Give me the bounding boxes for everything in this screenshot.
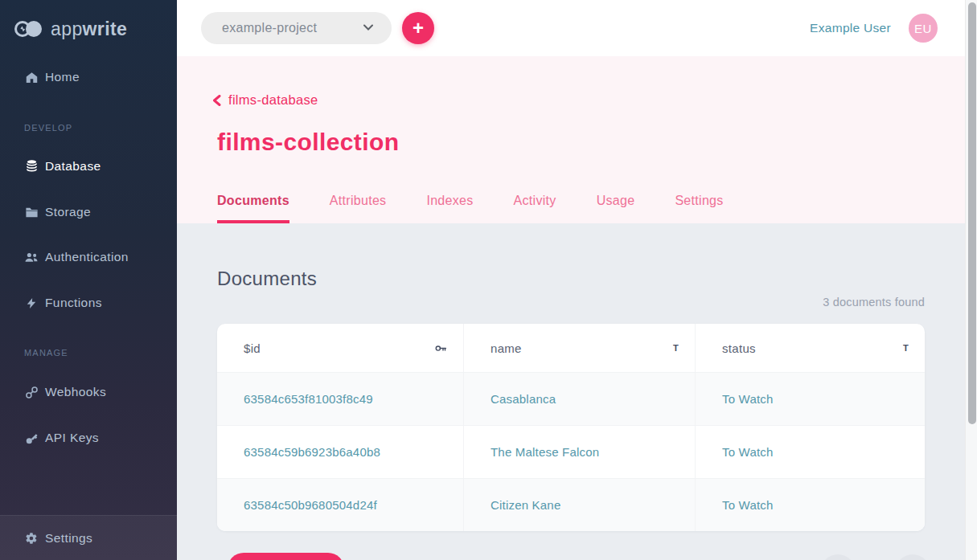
table-header-row: $id name T status T [217, 324, 925, 372]
pagination-prev-button[interactable] [820, 554, 856, 560]
sidebar-section-manage: MANAGE [24, 348, 68, 358]
create-document-button[interactable] [228, 553, 344, 560]
chevron-down-icon [363, 23, 374, 31]
tab-bar: Documents Attributes Indexes Activity Us… [217, 194, 764, 223]
lightning-icon [24, 296, 39, 310]
breadcrumb-label: films-database [228, 92, 318, 108]
sidebar-item-webhooks[interactable]: Webhooks [0, 376, 177, 408]
page-title: films-collection [217, 129, 399, 156]
table-row[interactable]: 63584c50b9680504d24f Citizen Kane To Wat… [217, 478, 925, 531]
sidebar-item-label: Authentication [45, 250, 129, 264]
users-icon [24, 250, 39, 264]
user-name[interactable]: Example User [810, 21, 891, 35]
avatar[interactable]: EU [909, 14, 938, 43]
cell-name[interactable]: Casablanca [463, 373, 695, 425]
pagination-next-button[interactable] [895, 554, 930, 560]
topbar: example-project + Example User EU [177, 0, 965, 56]
chevron-left-icon [212, 95, 221, 106]
cell-status[interactable]: To Watch [695, 373, 925, 425]
folder-icon [24, 205, 39, 219]
key-icon [24, 431, 39, 445]
appwrite-logo[interactable]: appwrite [13, 14, 127, 43]
table-row[interactable]: 63584c653f81003f8c49 Casablanca To Watch [217, 372, 925, 425]
appwrite-logo-text: appwrite [51, 18, 127, 40]
project-selector-label: example-project [222, 21, 317, 35]
user-area: Example User EU [810, 0, 938, 56]
section-heading: Documents [217, 268, 317, 290]
column-header-id[interactable]: $id [217, 324, 463, 372]
cell-name[interactable]: Citizen Kane [463, 479, 695, 531]
tab-settings[interactable]: Settings [675, 194, 723, 223]
sidebar-item-label: Functions [45, 296, 102, 310]
sidebar-item-api-keys[interactable]: API Keys [0, 422, 177, 454]
sidebar-item-settings[interactable]: Settings [0, 522, 177, 554]
sidebar-item-label: Home [45, 70, 80, 84]
avatar-initials: EU [914, 22, 932, 35]
cell-status[interactable]: To Watch [695, 479, 925, 531]
main-content: Documents 3 documents found $id name T [177, 223, 965, 560]
documents-table: $id name T status T [217, 324, 925, 531]
chain-link-icon [24, 385, 39, 399]
sidebar-item-label: API Keys [45, 431, 99, 445]
gear-icon [24, 531, 39, 546]
tab-indexes[interactable]: Indexes [426, 194, 473, 223]
sidebar-item-label: Settings [45, 531, 92, 546]
sidebar: appwrite Home DEVELOP Database [0, 0, 177, 560]
sidebar-footer: Settings [0, 515, 177, 560]
cell-document-id[interactable]: 63584c50b9680504d24f [217, 479, 463, 531]
home-icon [24, 70, 39, 84]
sidebar-section-develop: DEVELOP [24, 123, 72, 133]
plus-icon: + [413, 17, 424, 39]
scrollbar-thumb[interactable] [968, 2, 976, 424]
column-header-status[interactable]: status T [695, 324, 925, 372]
table-row[interactable]: 63584c59b6923b6a40b8 The Maltese Falcon … [217, 425, 925, 478]
breadcrumb[interactable]: films-database [212, 92, 318, 108]
sidebar-item-label: Webhooks [45, 385, 106, 399]
database-icon [24, 159, 39, 174]
sidebar-item-storage[interactable]: Storage [0, 196, 177, 228]
text-type-icon: T [673, 343, 679, 353]
page-header: films-database films-collection Document… [177, 56, 965, 223]
sidebar-item-label: Database [45, 159, 101, 174]
tab-usage[interactable]: Usage [597, 194, 635, 223]
tab-documents[interactable]: Documents [217, 194, 289, 223]
documents-found-count: 3 documents found [823, 296, 925, 309]
sidebar-item-functions[interactable]: Functions [0, 287, 177, 319]
project-selector[interactable]: example-project [201, 12, 392, 44]
cell-document-id[interactable]: 63584c59b6923b6a40b8 [217, 426, 463, 478]
column-header-name[interactable]: name T [463, 324, 695, 372]
sidebar-item-home[interactable]: Home [0, 61, 177, 93]
sidebar-item-authentication[interactable]: Authentication [0, 241, 177, 273]
sidebar-item-database[interactable]: Database [0, 150, 177, 182]
add-project-button[interactable]: + [402, 12, 434, 44]
appwrite-logo-icon [13, 18, 43, 39]
sidebar-item-label: Storage [45, 205, 91, 219]
cell-status[interactable]: To Watch [695, 426, 925, 478]
tab-attributes[interactable]: Attributes [330, 194, 387, 223]
key-icon [435, 344, 447, 353]
cell-document-id[interactable]: 63584c653f81003f8c49 [217, 373, 463, 425]
scrollbar-track[interactable] [965, 0, 977, 560]
text-type-icon: T [903, 343, 909, 353]
tab-activity[interactable]: Activity [514, 194, 556, 223]
cell-name[interactable]: The Maltese Falcon [463, 426, 695, 478]
